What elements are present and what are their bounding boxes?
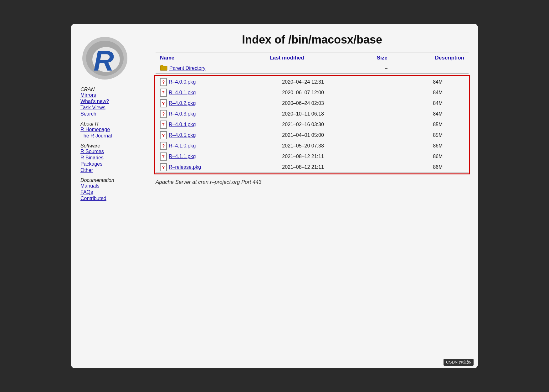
pkg-file-table: ? R–4.0.0.pkg 2020–04–24 12:31 84M ? R–4… — [156, 77, 469, 173]
sidebar-section-cran: CRAN Mirrors What's new? Task Views Sear… — [80, 87, 143, 117]
file-modified: 2021–05–20 07:38 — [278, 141, 402, 151]
file-link[interactable]: R–4.0.1.pkg — [169, 90, 196, 95]
software-label: Software — [80, 143, 100, 148]
table-row: ? R–4.0.5.pkg 2021–04–01 05:00 85M — [156, 130, 469, 141]
sidebar-link-whats-new[interactable]: What's new? — [80, 99, 143, 104]
table-row: ? R–4.0.4.pkg 2021–02–16 03:30 85M — [156, 119, 469, 130]
page-title: Index of /bin/macosx/base — [156, 33, 469, 46]
table-row: ? R–4.0.1.pkg 2020–06–07 12:00 84M — [156, 87, 469, 98]
col-description[interactable]: Description — [392, 53, 469, 63]
r-logo: R — [80, 33, 131, 82]
file-modified: 2020–10–11 06:18 — [278, 109, 402, 119]
file-link[interactable]: R–release.pkg — [169, 164, 201, 170]
file-name-cell[interactable]: ? R–4.1.0.pkg — [156, 141, 278, 151]
table-row: ? R–4.0.2.pkg 2020–06–24 02:03 84M — [156, 98, 469, 109]
file-size: 86M — [402, 162, 447, 173]
about-label: About R — [80, 121, 99, 126]
file-icon: ? — [160, 152, 167, 161]
cran-label: CRAN — [80, 87, 95, 92]
table-row: ? R–4.0.0.pkg 2020–04–24 12:31 84M — [156, 77, 469, 87]
main-content: Index of /bin/macosx/base Name Last modi… — [149, 33, 469, 359]
file-name-cell[interactable]: ? R–4.0.2.pkg — [156, 98, 278, 109]
file-name-cell[interactable]: ? R–4.0.4.pkg — [156, 119, 278, 130]
file-desc — [447, 87, 469, 98]
col-name[interactable]: Name — [156, 53, 265, 63]
sidebar-link-r-binaries[interactable]: R Binaries — [80, 155, 143, 161]
watermark: CSDN @全洛 — [444, 359, 474, 366]
table-row: ? R–release.pkg 2021–08–12 21:11 86M — [156, 162, 469, 173]
file-modified: 2021–02–16 03:30 — [278, 119, 402, 130]
file-link[interactable]: R–4.0.4.pkg — [169, 122, 196, 127]
file-link[interactable]: R–4.0.0.pkg — [169, 79, 196, 85]
sidebar: R CRAN Mirrors What's new? Task Views Se… — [80, 33, 149, 359]
file-icon: ? — [160, 78, 167, 86]
sidebar-link-mirrors[interactable]: Mirrors — [80, 92, 143, 98]
file-icon: ? — [160, 89, 167, 97]
file-link[interactable]: R–4.1.1.pkg — [169, 154, 196, 159]
sidebar-link-task-views[interactable]: Task Views — [80, 105, 143, 111]
file-modified: 2020–06–07 12:00 — [278, 87, 402, 98]
table-row: ? R–4.1.1.pkg 2021–08–12 21:11 86M — [156, 151, 469, 162]
file-desc — [447, 109, 469, 119]
file-name-cell[interactable]: ? R–release.pkg — [156, 162, 278, 173]
file-modified: 2021–08–12 21:11 — [278, 162, 402, 173]
file-link[interactable]: R–4.0.3.pkg — [169, 111, 196, 117]
file-size: 86M — [402, 141, 447, 151]
file-desc — [447, 77, 469, 87]
file-name-cell[interactable]: ? R–4.0.0.pkg — [156, 77, 278, 87]
file-icon: ? — [160, 163, 167, 171]
file-name-cell[interactable]: ? R–4.0.3.pkg — [156, 109, 278, 119]
file-size: 84M — [402, 77, 447, 87]
table-row: ? R–4.1.0.pkg 2021–05–20 07:38 86M — [156, 141, 469, 151]
file-modified: 2020–04–24 12:31 — [278, 77, 402, 87]
parent-dir-cell[interactable]: Parent Directory — [156, 63, 265, 74]
file-desc — [447, 141, 469, 151]
folder-icon — [160, 64, 167, 72]
col-last-modified[interactable]: Last modified — [265, 53, 352, 63]
parent-dir-size: – — [353, 63, 392, 74]
file-size: 85M — [402, 130, 447, 141]
file-link[interactable]: R–4.0.5.pkg — [169, 132, 196, 138]
file-size: 84M — [402, 109, 447, 119]
sidebar-section-docs: Documentation Manuals FAQs Contributed — [80, 178, 143, 201]
sidebar-link-search[interactable]: Search — [80, 111, 143, 117]
file-table: Name Last modified Size Description — [156, 53, 469, 74]
sidebar-link-packages[interactable]: Packages — [80, 161, 143, 167]
file-icon: ? — [160, 131, 167, 139]
sidebar-section-about: About R R Homepage The R Journal — [80, 121, 143, 139]
sidebar-section-software: Software R Sources R Binaries Packages O… — [80, 143, 143, 173]
file-size: 85M — [402, 119, 447, 130]
file-name-cell[interactable]: ? R–4.1.1.pkg — [156, 151, 278, 162]
sidebar-link-contributed[interactable]: Contributed — [80, 196, 143, 201]
file-size: 84M — [402, 98, 447, 109]
file-icon: ? — [160, 110, 167, 118]
file-link[interactable]: R–4.1.0.pkg — [169, 143, 196, 149]
table-header-row: Name Last modified Size Description — [156, 53, 469, 63]
file-modified: 2021–08–12 21:11 — [278, 151, 402, 162]
file-modified: 2021–04–01 05:00 — [278, 130, 402, 141]
sidebar-link-r-sources[interactable]: R Sources — [80, 149, 143, 154]
file-link[interactable]: R–4.0.2.pkg — [169, 101, 196, 106]
sidebar-link-r-journal[interactable]: The R Journal — [80, 133, 143, 139]
sidebar-link-other[interactable]: Other — [80, 168, 143, 173]
sidebar-link-r-homepage[interactable]: R Homepage — [80, 127, 143, 132]
svg-marker-4 — [161, 65, 162, 66]
file-icon: ? — [160, 99, 167, 107]
sidebar-link-faqs[interactable]: FAQs — [80, 189, 143, 195]
parent-dir-link[interactable]: Parent Directory — [169, 65, 206, 71]
sidebar-link-manuals[interactable]: Manuals — [80, 183, 143, 189]
table-row: ? R–4.0.3.pkg 2020–10–11 06:18 84M — [156, 109, 469, 119]
col-size[interactable]: Size — [353, 53, 392, 63]
parent-dir-modified — [265, 63, 352, 74]
file-name-cell[interactable]: ? R–4.0.1.pkg — [156, 87, 278, 98]
file-icon: ? — [160, 121, 167, 129]
main-window: R CRAN Mirrors What's new? Task Views Se… — [71, 24, 478, 368]
file-icon: ? — [160, 142, 167, 150]
documentation-label: Documentation — [80, 178, 114, 183]
table-row-parent: Parent Directory – — [156, 63, 469, 74]
parent-dir-desc — [392, 63, 469, 74]
apache-footer: Apache Server at cran.r–project.org Port… — [156, 179, 469, 185]
file-modified: 2020–06–24 02:03 — [278, 98, 402, 109]
file-size: 86M — [402, 151, 447, 162]
file-name-cell[interactable]: ? R–4.0.5.pkg — [156, 130, 278, 141]
